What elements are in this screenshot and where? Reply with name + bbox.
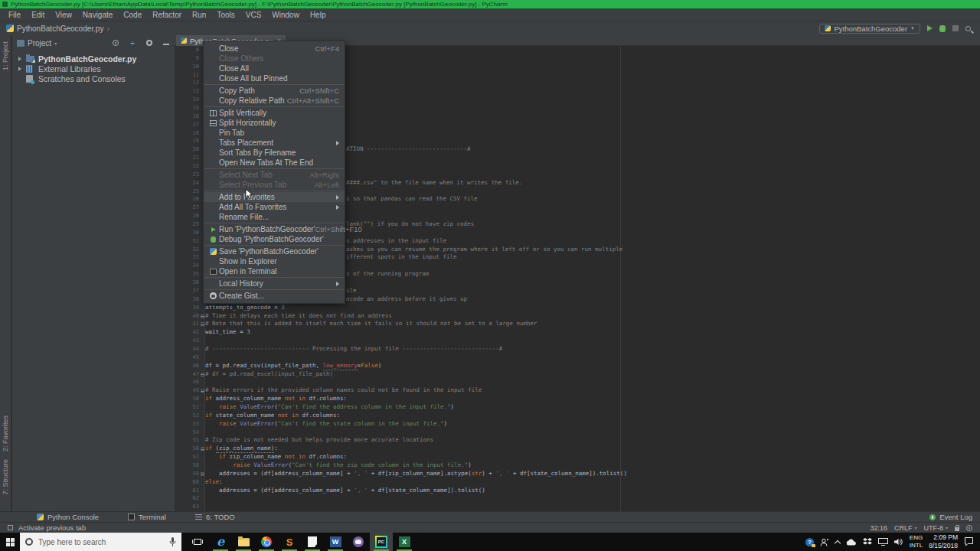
taskbar-app-excel[interactable]: X — [393, 533, 416, 551]
lock-icon[interactable] — [955, 527, 959, 531]
breadcrumb[interactable]: PythonBatchGeocoder.py — [17, 24, 103, 33]
gear-icon[interactable] — [145, 39, 153, 47]
taskbar-search[interactable]: Type here to search — [20, 533, 181, 551]
context-menu-item[interactable]: Split Vertically — [204, 108, 345, 118]
taskbar-app-pycharm[interactable]: PC — [370, 533, 393, 551]
line-number: 39 — [175, 304, 205, 312]
menu-navigate[interactable]: Navigate — [77, 11, 118, 19]
context-menu-item[interactable]: Add All To Favorites — [204, 202, 345, 212]
toolwindow-button-terminal[interactable]: Terminal — [128, 513, 166, 521]
fold-marker-icon[interactable] — [201, 447, 204, 451]
tool-stripe-favorites[interactable]: 2: Favorites — [2, 416, 9, 452]
menu-run[interactable]: Run — [187, 11, 211, 19]
search-everywhere-icon[interactable] — [965, 26, 971, 31]
context-menu-item[interactable]: Local History — [204, 279, 345, 289]
taskbar-app-chrome[interactable] — [255, 533, 278, 551]
context-menu-item[interactable]: Pin Tab — [204, 128, 345, 138]
hide-panel-icon[interactable] — [162, 39, 170, 47]
context-menu-item[interactable]: Run 'PythonBatchGeocoder'Ctrl+Shift+F10 — [204, 224, 345, 234]
line-number: 33 — [175, 253, 205, 262]
context-menu-item[interactable]: Debug 'PythonBatchGeocoder' — [204, 234, 345, 244]
run-config-select[interactable]: PythonBatchGeocoder ▼ — [819, 24, 920, 34]
language-indicator[interactable]: ENG INTL — [910, 534, 923, 549]
status-bar: Activate previous tab 32:16 CRLF ▾ UTF-8… — [0, 522, 980, 533]
line-number: 8 — [175, 46, 205, 54]
hector-inspections-icon[interactable] — [966, 525, 972, 531]
menu-refactor[interactable]: Refactor — [147, 11, 187, 19]
run-button[interactable] — [927, 25, 933, 31]
context-menu-item[interactable]: Close All but Pinned — [204, 73, 345, 83]
context-menu-item[interactable]: Open in Terminal — [204, 266, 345, 276]
collapse-all-icon[interactable]: ÷ — [129, 39, 136, 47]
context-menu-item[interactable]: Close All — [204, 64, 345, 73]
task-view-button[interactable] — [186, 533, 209, 551]
hidden-icons-chevron[interactable] — [835, 540, 841, 546]
tool-stripe-project[interactable]: 1: Project — [2, 41, 9, 70]
menu-edit[interactable]: Edit — [26, 11, 50, 19]
context-menu-item[interactable]: Tabs Placement — [204, 138, 345, 148]
dropbox-icon[interactable] — [863, 538, 872, 546]
menu-tools[interactable]: Tools — [211, 11, 240, 19]
tree-item[interactable]: Scratches and Consoles — [12, 73, 175, 83]
locate-file-icon[interactable] — [112, 39, 119, 47]
tree-item[interactable]: PythonBatchGeocoder.py — [12, 54, 175, 64]
menu-file[interactable]: File — [3, 11, 26, 19]
menu-item-label: Create Gist... — [219, 292, 264, 300]
context-menu-item[interactable]: Show in Explorer — [204, 256, 345, 266]
network-display-icon[interactable] — [878, 538, 888, 546]
task-view-icon — [192, 537, 203, 546]
taskbar-app-github[interactable] — [347, 533, 370, 551]
tab-context-menu: CloseCtrl+F4Close OthersClose AllClose A… — [203, 41, 345, 304]
toolwindow-button-python[interactable]: Python Console — [37, 513, 99, 521]
line-separator[interactable]: CRLF — [894, 524, 913, 532]
expand-arrow-icon[interactable] — [18, 67, 26, 71]
context-menu-item[interactable]: Save 'PythonBatchGeocoder' — [204, 246, 345, 256]
project-panel-title[interactable]: Project — [28, 39, 51, 47]
menu-code[interactable]: Code — [118, 11, 147, 19]
fold-marker-icon[interactable] — [201, 315, 204, 318]
context-menu-item[interactable]: Open New Tabs At The End — [204, 158, 345, 168]
file-encoding[interactable]: UTF-8 — [923, 524, 943, 532]
context-menu-item[interactable]: CloseCtrl+F4 — [204, 44, 345, 54]
fold-marker-icon[interactable] — [201, 389, 204, 393]
action-center-icon[interactable] — [964, 537, 974, 546]
toolwindow-button-todo[interactable]: 6: TODO — [195, 513, 235, 521]
onedrive-cloud-icon[interactable] — [846, 539, 857, 546]
fold-marker-icon[interactable] — [201, 322, 204, 326]
menu-window[interactable]: Window — [266, 11, 305, 19]
volume-icon[interactable] — [894, 538, 903, 546]
context-menu-item[interactable]: Copy Relative PathCtrl+Alt+Shift+C — [204, 96, 345, 106]
start-button[interactable] — [0, 533, 20, 551]
project-panel: Project ▾ ÷ PythonBatchGeocoder.pyExtern… — [12, 35, 175, 511]
tree-item[interactable]: External Libraries — [12, 64, 175, 73]
context-menu-item[interactable]: Sort Tabs By Filename — [204, 148, 345, 158]
context-menu-item[interactable]: Rename File... — [204, 212, 345, 222]
menu-view[interactable]: View — [50, 11, 77, 19]
taskbar-app-edge[interactable]: e — [209, 533, 232, 551]
clock[interactable]: 2:09 PM 8/15/2018 — [929, 533, 958, 550]
taskbar-app-explorer[interactable] — [232, 533, 255, 551]
tool-stripe-structure[interactable]: 7: Structure — [2, 459, 9, 495]
context-menu-item[interactable]: Split Horizontally — [204, 118, 345, 128]
microphone-icon[interactable] — [169, 537, 176, 547]
menu-bar: FileEditViewNavigateCodeRefactorRunTools… — [0, 8, 980, 21]
people-tray-icon[interactable] — [820, 538, 829, 546]
taskbar-app-word[interactable]: W — [324, 533, 347, 551]
debug-button[interactable] — [939, 25, 946, 32]
caret-position[interactable]: 32:16 — [870, 524, 887, 532]
chevron-down-icon[interactable]: ▾ — [54, 41, 57, 46]
context-menu-item[interactable]: Add to Favorites — [204, 192, 345, 202]
context-menu-item[interactable]: Copy PathCtrl+Shift+C — [204, 86, 345, 96]
event-log-button[interactable]: Event Log — [929, 513, 980, 521]
menu-vcs[interactable]: VCS — [240, 11, 267, 19]
context-menu-item[interactable]: Create Gist... — [204, 291, 345, 301]
taskbar-app-sublime[interactable]: S — [278, 533, 301, 551]
expand-arrow-icon[interactable] — [18, 57, 26, 61]
window-title-bar[interactable]: PythonBatchGeocoder.py [C:\Users\Ethan\A… — [0, 0, 980, 8]
fold-marker-icon[interactable] — [201, 373, 204, 377]
taskbar-app-notes[interactable] — [301, 533, 324, 551]
stop-button[interactable] — [952, 25, 959, 31]
help-lock-tray-icon[interactable]: ? — [805, 538, 814, 546]
fold-marker-icon[interactable] — [201, 472, 204, 476]
menu-help[interactable]: Help — [305, 11, 332, 19]
